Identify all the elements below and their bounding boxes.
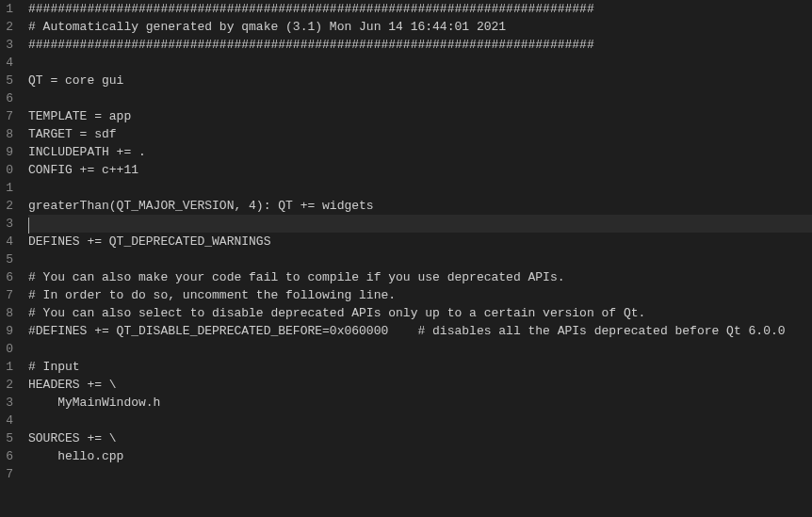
line-number: 6	[2, 447, 13, 465]
code-line-current	[28, 215, 812, 233]
code-line: #DEFINES += QT_DISABLE_DEPRECATED_BEFORE…	[28, 322, 812, 340]
code-line: DEFINES += QT_DEPRECATED_WARNINGS	[28, 233, 812, 250]
line-number: 5	[2, 72, 13, 89]
line-number: 4	[2, 54, 13, 72]
line-number: 2	[2, 197, 13, 215]
code-line: # You can also make your code fail to co…	[28, 268, 812, 286]
line-number: 5	[2, 429, 13, 447]
line-number: 8	[2, 125, 13, 143]
line-number: 5	[2, 250, 13, 268]
code-line: ########################################…	[28, 36, 812, 54]
line-number: 8	[2, 304, 13, 322]
line-number: 2	[2, 18, 13, 36]
line-number: 4	[2, 412, 13, 429]
code-line	[28, 54, 812, 72]
code-line: TARGET = sdf	[28, 125, 812, 143]
line-number: 3	[2, 215, 13, 233]
text-cursor	[28, 218, 29, 234]
code-line: SOURCES += \	[28, 429, 812, 447]
code-line: ########################################…	[28, 0, 812, 18]
line-number: 6	[2, 268, 13, 286]
line-number: 7	[2, 107, 13, 125]
code-line	[28, 340, 812, 358]
line-number: 0	[2, 340, 13, 358]
line-number-gutter: 1 2 3 4 5 6 7 8 9 0 1 2 3 4 5 6 7 8 9 0 …	[0, 0, 19, 517]
code-line: MyMainWindow.h	[28, 394, 812, 412]
line-number: 9	[2, 143, 13, 161]
code-line: INCLUDEPATH += .	[28, 143, 812, 161]
line-number: 3	[2, 394, 13, 412]
line-number: 1	[2, 0, 13, 18]
code-editor[interactable]: 1 2 3 4 5 6 7 8 9 0 1 2 3 4 5 6 7 8 9 0 …	[0, 0, 812, 517]
code-line	[28, 89, 812, 107]
code-line: # Input	[28, 358, 812, 376]
code-line: greaterThan(QT_MAJOR_VERSION, 4): QT += …	[28, 197, 812, 215]
code-content[interactable]: ########################################…	[19, 0, 812, 517]
code-line: CONFIG += c++11	[28, 161, 812, 179]
line-number: 7	[2, 465, 13, 483]
code-line	[28, 465, 812, 483]
line-number: 6	[2, 89, 13, 107]
code-line: # In order to do so, uncomment the follo…	[28, 286, 812, 304]
code-line: hello.cpp	[28, 447, 812, 465]
line-number: 3	[2, 36, 13, 54]
code-line: # You can also select to disable depreca…	[28, 304, 812, 322]
line-number: 9	[2, 322, 13, 340]
code-line: QT = core gui	[28, 72, 812, 89]
line-number: 4	[2, 233, 13, 250]
code-line: # Automatically generated by qmake (3.1)…	[28, 18, 812, 36]
code-line: TEMPLATE = app	[28, 107, 812, 125]
code-line	[28, 250, 812, 268]
code-line	[28, 412, 812, 429]
line-number: 1	[2, 179, 13, 197]
line-number: 1	[2, 358, 13, 376]
line-number: 7	[2, 286, 13, 304]
code-line	[28, 179, 812, 197]
code-line: HEADERS += \	[28, 376, 812, 394]
line-number: 0	[2, 161, 13, 179]
line-number: 2	[2, 376, 13, 394]
